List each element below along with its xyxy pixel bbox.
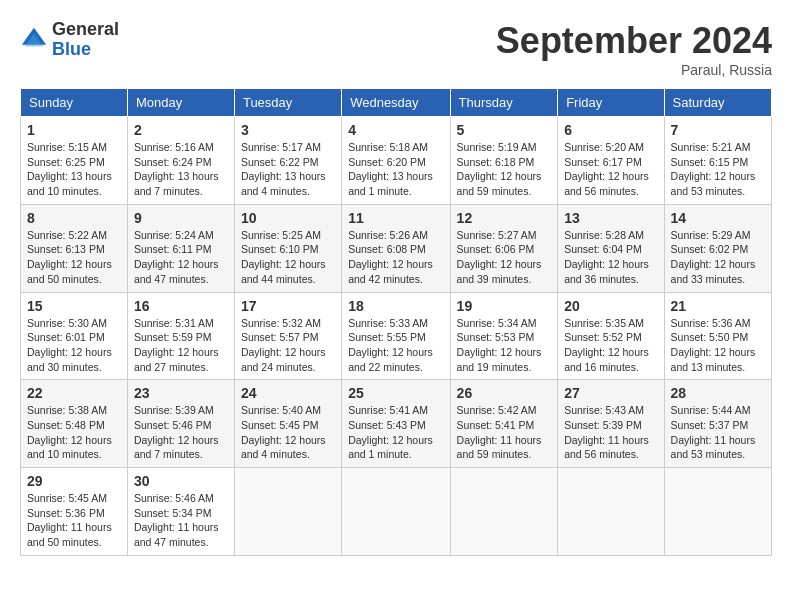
cell-content: Sunrise: 5:41 AMSunset: 5:43 PMDaylight:… <box>348 403 443 462</box>
month-title: September 2024 <box>496 20 772 62</box>
calendar-cell <box>234 468 341 556</box>
header-day-monday: Monday <box>127 89 234 117</box>
calendar-cell: 5Sunrise: 5:19 AMSunset: 6:18 PMDaylight… <box>450 117 558 205</box>
calendar-cell: 4Sunrise: 5:18 AMSunset: 6:20 PMDaylight… <box>342 117 450 205</box>
calendar-cell: 19Sunrise: 5:34 AMSunset: 5:53 PMDayligh… <box>450 292 558 380</box>
day-number: 21 <box>671 298 765 314</box>
header-day-thursday: Thursday <box>450 89 558 117</box>
day-number: 4 <box>348 122 443 138</box>
day-number: 2 <box>134 122 228 138</box>
header-day-tuesday: Tuesday <box>234 89 341 117</box>
calendar-cell: 16Sunrise: 5:31 AMSunset: 5:59 PMDayligh… <box>127 292 234 380</box>
day-number: 19 <box>457 298 552 314</box>
cell-content: Sunrise: 5:29 AMSunset: 6:02 PMDaylight:… <box>671 228 765 287</box>
day-number: 15 <box>27 298 121 314</box>
day-number: 13 <box>564 210 657 226</box>
cell-content: Sunrise: 5:30 AMSunset: 6:01 PMDaylight:… <box>27 316 121 375</box>
day-number: 23 <box>134 385 228 401</box>
header-day-saturday: Saturday <box>664 89 771 117</box>
calendar-cell: 17Sunrise: 5:32 AMSunset: 5:57 PMDayligh… <box>234 292 341 380</box>
day-number: 11 <box>348 210 443 226</box>
calendar-cell: 27Sunrise: 5:43 AMSunset: 5:39 PMDayligh… <box>558 380 664 468</box>
day-number: 20 <box>564 298 657 314</box>
title-area: September 2024 Paraul, Russia <box>496 20 772 78</box>
cell-content: Sunrise: 5:33 AMSunset: 5:55 PMDaylight:… <box>348 316 443 375</box>
calendar-cell: 2Sunrise: 5:16 AMSunset: 6:24 PMDaylight… <box>127 117 234 205</box>
calendar-cell: 20Sunrise: 5:35 AMSunset: 5:52 PMDayligh… <box>558 292 664 380</box>
cell-content: Sunrise: 5:46 AMSunset: 5:34 PMDaylight:… <box>134 491 228 550</box>
logo-icon <box>20 26 48 54</box>
day-number: 6 <box>564 122 657 138</box>
cell-content: Sunrise: 5:24 AMSunset: 6:11 PMDaylight:… <box>134 228 228 287</box>
cell-content: Sunrise: 5:17 AMSunset: 6:22 PMDaylight:… <box>241 140 335 199</box>
cell-content: Sunrise: 5:35 AMSunset: 5:52 PMDaylight:… <box>564 316 657 375</box>
calendar-cell: 26Sunrise: 5:42 AMSunset: 5:41 PMDayligh… <box>450 380 558 468</box>
week-row-1: 1Sunrise: 5:15 AMSunset: 6:25 PMDaylight… <box>21 117 772 205</box>
day-number: 30 <box>134 473 228 489</box>
calendar-header: SundayMondayTuesdayWednesdayThursdayFrid… <box>21 89 772 117</box>
day-number: 18 <box>348 298 443 314</box>
cell-content: Sunrise: 5:22 AMSunset: 6:13 PMDaylight:… <box>27 228 121 287</box>
cell-content: Sunrise: 5:18 AMSunset: 6:20 PMDaylight:… <box>348 140 443 199</box>
cell-content: Sunrise: 5:44 AMSunset: 5:37 PMDaylight:… <box>671 403 765 462</box>
day-number: 25 <box>348 385 443 401</box>
day-number: 8 <box>27 210 121 226</box>
calendar-cell: 24Sunrise: 5:40 AMSunset: 5:45 PMDayligh… <box>234 380 341 468</box>
logo: General Blue <box>20 20 119 60</box>
day-number: 17 <box>241 298 335 314</box>
cell-content: Sunrise: 5:21 AMSunset: 6:15 PMDaylight:… <box>671 140 765 199</box>
cell-content: Sunrise: 5:38 AMSunset: 5:48 PMDaylight:… <box>27 403 121 462</box>
day-number: 26 <box>457 385 552 401</box>
cell-content: Sunrise: 5:20 AMSunset: 6:17 PMDaylight:… <box>564 140 657 199</box>
calendar-cell: 15Sunrise: 5:30 AMSunset: 6:01 PMDayligh… <box>21 292 128 380</box>
calendar-cell: 21Sunrise: 5:36 AMSunset: 5:50 PMDayligh… <box>664 292 771 380</box>
calendar-cell: 14Sunrise: 5:29 AMSunset: 6:02 PMDayligh… <box>664 204 771 292</box>
cell-content: Sunrise: 5:40 AMSunset: 5:45 PMDaylight:… <box>241 403 335 462</box>
day-number: 29 <box>27 473 121 489</box>
cell-content: Sunrise: 5:36 AMSunset: 5:50 PMDaylight:… <box>671 316 765 375</box>
day-number: 10 <box>241 210 335 226</box>
logo-blue: Blue <box>52 40 119 60</box>
calendar-cell: 10Sunrise: 5:25 AMSunset: 6:10 PMDayligh… <box>234 204 341 292</box>
calendar-cell: 12Sunrise: 5:27 AMSunset: 6:06 PMDayligh… <box>450 204 558 292</box>
cell-content: Sunrise: 5:26 AMSunset: 6:08 PMDaylight:… <box>348 228 443 287</box>
cell-content: Sunrise: 5:16 AMSunset: 6:24 PMDaylight:… <box>134 140 228 199</box>
logo-text: General Blue <box>52 20 119 60</box>
calendar-cell <box>342 468 450 556</box>
header-day-friday: Friday <box>558 89 664 117</box>
header-day-sunday: Sunday <box>21 89 128 117</box>
day-number: 9 <box>134 210 228 226</box>
calendar-cell: 7Sunrise: 5:21 AMSunset: 6:15 PMDaylight… <box>664 117 771 205</box>
calendar-table: SundayMondayTuesdayWednesdayThursdayFrid… <box>20 88 772 556</box>
calendar-cell: 6Sunrise: 5:20 AMSunset: 6:17 PMDaylight… <box>558 117 664 205</box>
header-day-wednesday: Wednesday <box>342 89 450 117</box>
calendar-cell: 18Sunrise: 5:33 AMSunset: 5:55 PMDayligh… <box>342 292 450 380</box>
logo-general: General <box>52 20 119 40</box>
calendar-cell <box>450 468 558 556</box>
day-number: 24 <box>241 385 335 401</box>
calendar-body: 1Sunrise: 5:15 AMSunset: 6:25 PMDaylight… <box>21 117 772 556</box>
calendar-cell <box>558 468 664 556</box>
cell-content: Sunrise: 5:31 AMSunset: 5:59 PMDaylight:… <box>134 316 228 375</box>
calendar-cell: 22Sunrise: 5:38 AMSunset: 5:48 PMDayligh… <box>21 380 128 468</box>
calendar-cell: 13Sunrise: 5:28 AMSunset: 6:04 PMDayligh… <box>558 204 664 292</box>
cell-content: Sunrise: 5:39 AMSunset: 5:46 PMDaylight:… <box>134 403 228 462</box>
cell-content: Sunrise: 5:27 AMSunset: 6:06 PMDaylight:… <box>457 228 552 287</box>
week-row-3: 15Sunrise: 5:30 AMSunset: 6:01 PMDayligh… <box>21 292 772 380</box>
day-number: 27 <box>564 385 657 401</box>
cell-content: Sunrise: 5:28 AMSunset: 6:04 PMDaylight:… <box>564 228 657 287</box>
location: Paraul, Russia <box>496 62 772 78</box>
cell-content: Sunrise: 5:42 AMSunset: 5:41 PMDaylight:… <box>457 403 552 462</box>
calendar-cell: 3Sunrise: 5:17 AMSunset: 6:22 PMDaylight… <box>234 117 341 205</box>
calendar-cell: 29Sunrise: 5:45 AMSunset: 5:36 PMDayligh… <box>21 468 128 556</box>
calendar-cell: 11Sunrise: 5:26 AMSunset: 6:08 PMDayligh… <box>342 204 450 292</box>
cell-content: Sunrise: 5:25 AMSunset: 6:10 PMDaylight:… <box>241 228 335 287</box>
day-number: 1 <box>27 122 121 138</box>
cell-content: Sunrise: 5:19 AMSunset: 6:18 PMDaylight:… <box>457 140 552 199</box>
calendar-cell: 25Sunrise: 5:41 AMSunset: 5:43 PMDayligh… <box>342 380 450 468</box>
calendar-cell: 28Sunrise: 5:44 AMSunset: 5:37 PMDayligh… <box>664 380 771 468</box>
calendar-cell: 9Sunrise: 5:24 AMSunset: 6:11 PMDaylight… <box>127 204 234 292</box>
cell-content: Sunrise: 5:34 AMSunset: 5:53 PMDaylight:… <box>457 316 552 375</box>
cell-content: Sunrise: 5:45 AMSunset: 5:36 PMDaylight:… <box>27 491 121 550</box>
day-number: 14 <box>671 210 765 226</box>
